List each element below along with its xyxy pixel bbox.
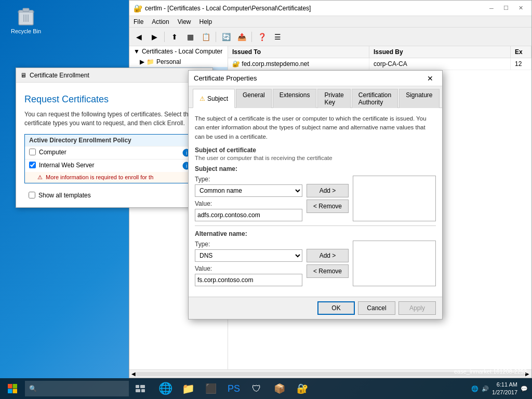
certlm-close-button[interactable]: ✕ [514,3,527,14]
toolbar-sep-3 [251,32,252,42]
taskbar-search[interactable]: 🔍 [25,381,129,396]
svg-rect-11 [13,384,18,389]
forward-button[interactable]: ▶ [147,30,162,44]
toolbar-sep-1 [164,32,165,42]
col-issued-to[interactable]: Issued To [228,46,369,58]
alt-btn-group: Add > < Remove [307,241,349,286]
dialog-close-button[interactable]: ✕ [423,73,437,84]
tree-root-label: Certificates - Local Computer [142,48,222,55]
tree-root[interactable]: ▼ Certificates - Local Computer [129,46,228,57]
subject-value-input[interactable] [195,209,302,221]
svg-rect-10 [8,384,12,389]
policy-item-computer: Computer i ST [25,146,204,159]
internal-web-label: Internal Web Server [39,162,179,169]
show-all-templates-row: Show all templates [24,189,204,202]
certlm-titlebar: 🔐 certlm - [Certificates - Local Compute… [129,1,531,16]
tab-private-key[interactable]: Private Key [317,89,350,108]
refresh-button[interactable]: 🔄 [219,30,233,44]
cert-enrollment-window: 🖥 Certificate Enrollment Request Certifi… [16,68,213,208]
subject-list[interactable] [353,176,436,221]
taskbar: 🔍 🌐 📁 ⬛ PS 🛡 📦 🔐 🌐 🔊 6:11 [0,378,532,399]
menu-help[interactable]: Help [195,17,217,26]
show-all-templates-checkbox[interactable] [29,192,35,198]
taskbar-folder-button[interactable]: 📁 [177,378,200,399]
svg-rect-12 [8,389,12,394]
value-label-alt: Value: [195,265,302,272]
task-view-button[interactable] [129,378,152,399]
tree-personal[interactable]: ▶ 📁 Personal [129,57,228,67]
menu-view[interactable]: View [174,17,195,26]
subject-left-form: Type: Common nameOrganizationOrganizatio… [195,176,302,221]
show-all-templates-label: Show all templates [38,192,91,199]
ok-button[interactable]: OK [317,301,355,315]
grid-button[interactable]: ▦ [183,30,197,44]
table-row[interactable]: 🔐 fed.corp.mstepdemo.net corp-CA-CA 12 [228,58,531,70]
subject-type-select[interactable]: Common nameOrganizationOrganizational un… [195,184,302,197]
alt-value-input[interactable] [195,274,302,286]
policy-section: Active Directory Enrollment Policy Compu… [24,134,204,183]
certlm-icon: 🔐 [134,4,142,12]
type-label: Type: [195,176,302,183]
alt-type-select[interactable]: DNSEmail addressUPNIP addressURL [195,249,302,262]
menu-file[interactable]: File [129,17,148,26]
subject-add-button[interactable]: Add > [307,184,349,197]
taskbar-cert-button[interactable]: 🔐 [291,378,314,399]
cert-enrollment-title: Certificate Enrollment [26,72,208,79]
alt-add-button[interactable]: Add > [307,249,349,262]
svg-rect-13 [13,389,18,394]
alt-left-form: Type: DNSEmail addressUPNIP addressURL V… [195,241,302,286]
tab-subject-label: Subject [207,95,228,102]
cert-enrollment-icon: 🖥 [20,72,26,79]
console-button[interactable]: 📋 [198,30,213,44]
toolbar-sep-2 [216,32,216,42]
recycle-bin-label: Recycle Bin [11,28,41,34]
properties-button[interactable]: ☰ [270,30,285,44]
taskbar-ps-button[interactable]: PS [222,378,245,399]
alt-list[interactable] [353,241,436,286]
warning-tab-icon: ⚠ [200,95,205,102]
taskbar-shield-button[interactable]: 🛡 [245,378,268,399]
certlm-maximize-button[interactable]: ☐ [499,3,513,14]
back-button[interactable]: ◀ [131,30,146,44]
tab-certification-authority[interactable]: Certification Authority [352,89,398,108]
warning-icon: ⚠ [37,174,43,181]
export-button[interactable]: 📤 [234,30,249,44]
tab-signature[interactable]: Signature [399,89,439,108]
dialog-titlebar: Certificate Properties ✕ [189,71,442,86]
help-button[interactable]: ❓ [255,30,269,44]
taskbar-apps: 🌐 📁 ⬛ PS 🛡 📦 🔐 [152,378,467,399]
tab-extensions[interactable]: Extensions [273,89,317,108]
cert-properties-dialog: Certificate Properties ✕ ⚠ Subject Gener… [188,70,443,320]
dialog-tabs: ⚠ Subject General Extensions Private Key… [189,86,442,108]
search-icon: 🔍 [29,385,37,392]
recycle-bin-icon[interactable]: Recycle Bin [10,5,42,34]
list-header: Issued To Issued By Ex [228,46,531,58]
warning-text: More information is required to enroll f… [46,174,153,180]
apply-button[interactable]: Apply [398,301,436,315]
scroll-left-button[interactable]: ◀ [131,371,136,377]
taskbar-cmd-button[interactable]: ⬛ [200,378,222,399]
internal-web-checkbox[interactable] [29,162,36,168]
up-button[interactable]: ⬆ [167,30,182,44]
start-button[interactable] [0,378,25,399]
svg-rect-1 [23,8,29,11]
os-info-line1: ows Server 2016 Datacenter [454,360,527,367]
computer-checkbox[interactable] [29,149,36,155]
taskbar-clock[interactable]: 6:11 AM 1/27/2017 [492,381,517,397]
col-expires[interactable]: Ex [511,46,531,58]
os-info: ows Server 2016 Datacenter ease_inmarket… [454,360,527,376]
tab-subject[interactable]: ⚠ Subject [193,89,235,108]
cancel-button[interactable]: Cancel [358,301,395,315]
dialog-footer: OK Cancel Apply [189,297,442,319]
taskbar-ie-button[interactable]: 🌐 [154,378,177,399]
taskbar-app5-button[interactable]: 📦 [268,378,291,399]
certlm-minimize-button[interactable]: ─ [485,3,498,14]
col-issued-by[interactable]: Issued By [369,46,511,58]
cert-enrollment-description: You can request the following types of c… [24,110,204,128]
subject-remove-button[interactable]: < Remove [307,200,349,213]
alt-remove-button[interactable]: < Remove [307,264,349,278]
subject-name-label: Subject name: [195,165,436,172]
notification-icon[interactable]: 💬 [521,385,528,392]
tab-general[interactable]: General [236,89,272,108]
menu-action[interactable]: Action [148,17,173,26]
